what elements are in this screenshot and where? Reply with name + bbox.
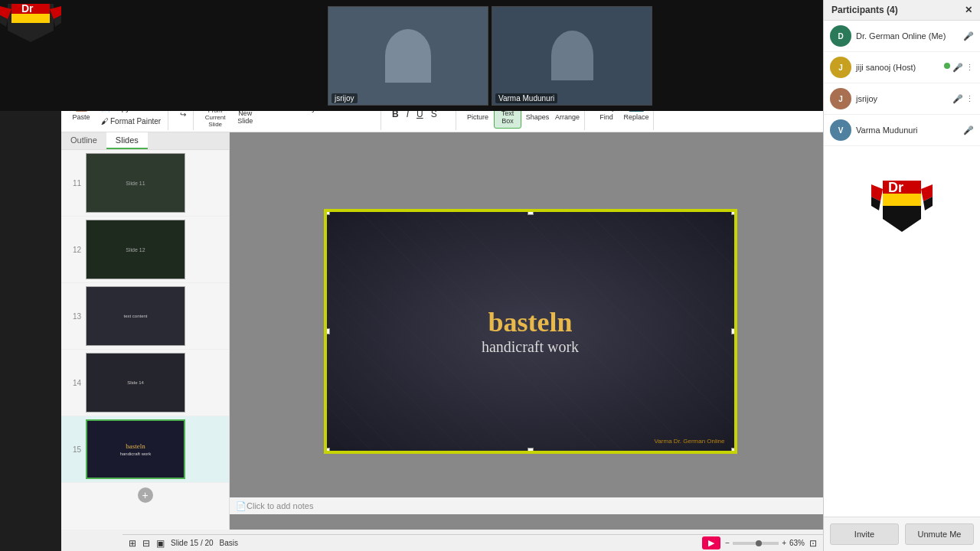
handle-tm[interactable] bbox=[528, 209, 534, 215]
outline-tab[interactable]: Outline bbox=[61, 132, 106, 149]
add-slide-area: + bbox=[61, 483, 229, 507]
participant-varma: V Varma Mudunuri 🎤 bbox=[824, 115, 980, 146]
svg-text:Dr: Dr bbox=[21, 2, 34, 15]
video-tile-1: jsrijoy bbox=[328, 6, 488, 106]
slide-info: Slide 15 / 20 bbox=[171, 539, 214, 547]
handle-bm[interactable] bbox=[528, 448, 534, 454]
slide-thumb-12[interactable]: 12 Slide 12 bbox=[61, 217, 229, 283]
name-jsrijoy: jsrijoy bbox=[856, 94, 948, 103]
participant-jsrijoy: J jsrijoy 🎤 ⋮ bbox=[824, 83, 980, 115]
format-painter-button[interactable]: 🖌 Format Painter bbox=[97, 116, 165, 127]
handle-bl[interactable] bbox=[324, 448, 330, 454]
name-jiji: jiji sanooj (Host) bbox=[856, 63, 939, 72]
view-normal-icon[interactable]: ⊞ bbox=[129, 538, 136, 549]
status-bar: ⊞ ⊟ ▣ Slide 15 / 20 Basis ▶ − + 63% ⊡ bbox=[122, 534, 823, 551]
slide-preview-13: text content bbox=[86, 286, 185, 346]
dr-logo-top: Dr bbox=[0, 0, 61, 42]
green-indicator-jiji bbox=[944, 63, 950, 69]
handle-br[interactable] bbox=[731, 448, 737, 454]
slide-thumb-14[interactable]: 14 Slide 14 bbox=[61, 350, 229, 416]
slide-thumb-11[interactable]: 11 Slide 11 bbox=[61, 150, 229, 217]
notes-bar[interactable]: 📄 Click to add notes bbox=[230, 497, 825, 514]
slide-preview-12: Slide 12 bbox=[86, 220, 185, 279]
slide-panel: Outline Slides 11 Slide 11 12 Slide 12 bbox=[61, 132, 230, 530]
slide-sub-text[interactable]: handicraft work bbox=[482, 338, 579, 356]
mic-icon-jiji[interactable]: 🎤 bbox=[952, 63, 963, 73]
avatar-varma: V bbox=[830, 119, 851, 141]
slide-background: basteln handicraft work Varma Dr. German… bbox=[327, 212, 734, 451]
avatar-jiji: J bbox=[830, 57, 851, 78]
zoom-in-btn[interactable]: + bbox=[782, 539, 786, 547]
add-slide-btn[interactable]: + bbox=[138, 487, 153, 503]
participant-dr-german: D Dr. German Online (Me) 🎤 bbox=[824, 21, 980, 52]
slide-preview-11: Slide 11 bbox=[86, 153, 185, 213]
zoom-out-btn[interactable]: − bbox=[725, 539, 730, 547]
slides-tab[interactable]: Slides bbox=[106, 132, 148, 149]
name-dr-german: Dr. German Online (Me) bbox=[856, 31, 959, 41]
icons-dr-german: 🎤 bbox=[963, 31, 974, 41]
slide-preview-14: Slide 14 bbox=[86, 353, 185, 412]
mic-icon-jsrijoy[interactable]: 🎤 bbox=[952, 94, 963, 104]
notes-icon: 📄 bbox=[236, 501, 247, 511]
zoom-controls: − + 63% bbox=[725, 539, 805, 547]
name-varma: Varma Mudunuri bbox=[856, 126, 959, 135]
video-name-1: jsrijoy bbox=[332, 93, 358, 103]
slide-thumb-15[interactable]: 15 basteln handicraft work bbox=[61, 416, 229, 483]
notes-placeholder: Click to add notes bbox=[247, 501, 313, 510]
handle-tl[interactable] bbox=[324, 209, 330, 215]
video-tiles: jsrijoy Varma Mudunuri bbox=[328, 6, 652, 106]
view-grid-icon[interactable]: ⊟ bbox=[142, 538, 150, 549]
avatar-dr-german: D bbox=[830, 25, 851, 47]
play-btn[interactable]: ▶ bbox=[702, 536, 720, 549]
slide-canvas[interactable]: basteln handicraft work Varma Dr. German… bbox=[324, 209, 737, 454]
participants-title-bar: Participants (4) ✕ bbox=[824, 0, 980, 21]
icons-jsrijoy: 🎤 ⋮ bbox=[952, 94, 974, 104]
more-icon-jiji[interactable]: ⋮ bbox=[965, 63, 974, 73]
invite-btn[interactable]: Invite bbox=[830, 523, 899, 545]
zoom-slider[interactable] bbox=[733, 542, 779, 545]
participant-jiji: J jiji sanooj (Host) 🎤 ⋮ bbox=[824, 52, 980, 83]
avatar-jsrijoy: J bbox=[830, 88, 851, 109]
slide-watermark: Varma Dr. German Online bbox=[655, 438, 725, 445]
participants-footer: Invite Unmute Me bbox=[824, 517, 980, 551]
dr-logo-participants: Dr bbox=[824, 161, 980, 253]
participants-title-text: Participants (4) bbox=[831, 5, 898, 15]
unmute-me-btn[interactable]: Unmute Me bbox=[905, 523, 974, 545]
more-icon-jsrijoy[interactable]: ⋮ bbox=[965, 94, 974, 104]
status-right: ▶ − + 63% ⊡ bbox=[702, 536, 817, 549]
handle-ml[interactable] bbox=[324, 328, 330, 334]
video-tile-2: Varma Mudunuri bbox=[492, 6, 652, 106]
icons-varma: 🎤 bbox=[963, 126, 974, 135]
slide-panel-tabs: Outline Slides bbox=[61, 132, 229, 150]
participants-panel: Participants (4) ✕ D Dr. German Online (… bbox=[823, 0, 980, 551]
participants-close-btn[interactable]: ✕ bbox=[965, 5, 972, 15]
mic-icon-dr[interactable]: 🎤 bbox=[963, 31, 974, 41]
fit-page-btn[interactable]: ⊡ bbox=[809, 538, 817, 549]
slide-thumb-13[interactable]: 13 text content bbox=[61, 283, 229, 350]
handle-tr[interactable] bbox=[731, 209, 737, 215]
slide-preview-15: basteln handicraft work bbox=[86, 419, 185, 479]
slide-main-text[interactable]: basteln bbox=[488, 306, 572, 338]
icons-jiji: 🎤 ⋮ bbox=[944, 63, 974, 73]
svg-text:Dr: Dr bbox=[888, 180, 903, 195]
canvas-area[interactable]: basteln handicraft work Varma Dr. German… bbox=[230, 132, 831, 530]
layout-info: Basis bbox=[220, 539, 238, 547]
zoom-level: 63% bbox=[789, 539, 805, 547]
video-name-2: Varma Mudunuri bbox=[495, 93, 557, 103]
view-slide-icon[interactable]: ▣ bbox=[156, 538, 165, 549]
handle-mr[interactable] bbox=[731, 328, 737, 334]
mic-icon-varma[interactable]: 🎤 bbox=[963, 126, 974, 135]
